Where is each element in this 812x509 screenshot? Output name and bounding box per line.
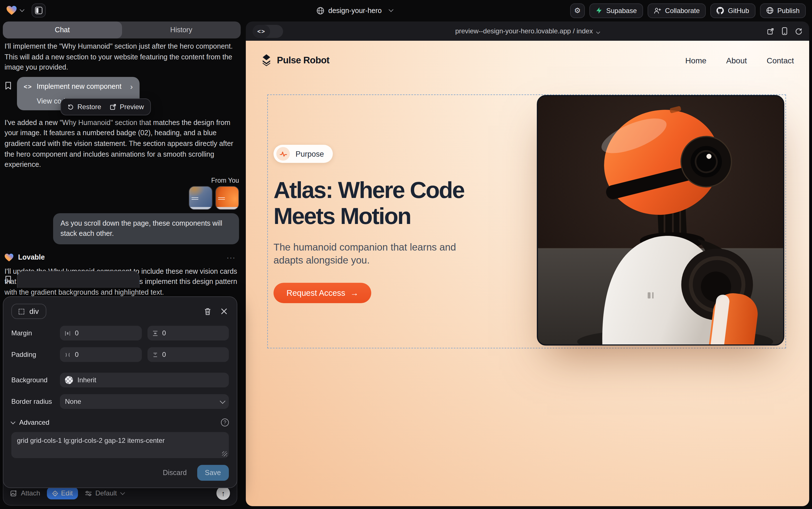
discard-button[interactable]: Discard [163, 469, 187, 477]
close-icon[interactable] [221, 308, 227, 314]
supabase-button[interactable]: Supabase [589, 3, 643, 18]
advanced-section-toggle[interactable]: Advanced ? [11, 418, 229, 427]
site-viewport: Pulse Robot Home About Contact Purpose [246, 41, 809, 506]
edit-mode-button[interactable]: Edit [47, 487, 78, 499]
project-chevron-icon [389, 7, 393, 12]
margin-y-field[interactable] [147, 326, 229, 340]
site-brand[interactable]: Pulse Robot [261, 54, 329, 66]
preview-url-bar[interactable]: preview--design-your-hero.lovable.app / … [246, 27, 809, 35]
border-radius-select[interactable]: None [60, 394, 229, 409]
background-label: Background [11, 376, 60, 384]
border-radius-label: Border radius [11, 398, 60, 406]
margin-x-input[interactable] [75, 329, 137, 337]
restore-icon [67, 103, 74, 110]
top-bar: design-your-hero ⚙ Supabase Collaborate [0, 0, 812, 21]
margin-y-input[interactable] [162, 329, 224, 337]
delete-element-button[interactable] [204, 307, 211, 315]
resize-grip-icon[interactable] [222, 451, 227, 456]
collaborate-button[interactable]: Collaborate [648, 3, 706, 18]
open-in-new-icon[interactable] [767, 27, 774, 35]
padding-x-field[interactable] [60, 347, 142, 362]
selected-element-chip[interactable]: div [11, 304, 46, 319]
bookmark-icon[interactable] [4, 275, 12, 284]
help-icon[interactable]: ? [221, 418, 229, 427]
advanced-label: Advanced [19, 418, 49, 427]
card-hover-popover: Restore Preview [61, 98, 151, 115]
toggle-sidebar-button[interactable] [32, 3, 46, 18]
send-arrow-icon: ↑ [222, 489, 225, 498]
nav-link-home[interactable]: Home [686, 56, 707, 65]
app-window: design-your-hero ⚙ Supabase Collaborate [0, 0, 812, 509]
project-name: design-your-hero [328, 6, 382, 14]
gear-icon: ⚙ [574, 6, 581, 15]
preview-page: index [577, 27, 593, 35]
supabase-icon [596, 7, 602, 14]
hero-robot-image [537, 95, 784, 345]
code-toggle-icon[interactable]: <> [253, 25, 270, 38]
transparency-swatch-icon [65, 376, 73, 384]
attachment-thumbnail[interactable] [189, 186, 213, 210]
border-radius-value: None [65, 398, 81, 406]
logo-menu-chevron-icon[interactable] [20, 7, 25, 12]
code-preview-toggle[interactable]: <> [253, 25, 283, 38]
attachment-thumbnail[interactable] [215, 186, 239, 210]
publish-button[interactable]: Publish [760, 3, 806, 18]
assistant-message: I'll implement the "Why Humanoid" sectio… [4, 41, 239, 73]
preview-panel: <> preview--design-your-hero.lovable.app… [246, 22, 809, 506]
attach-image-icon [10, 489, 17, 497]
tab-history[interactable]: History [122, 22, 241, 38]
chat-sidebar: Chat History I'll implement the "Why Hum… [3, 22, 241, 506]
margin-horizontal-icon [65, 330, 70, 336]
from-you-label: From You [4, 177, 239, 184]
padding-label: Padding [11, 351, 60, 359]
component-card-partial[interactable] [17, 271, 140, 288]
settings-button[interactable]: ⚙ [570, 3, 585, 18]
send-button[interactable]: ↑ [216, 486, 230, 500]
attachment-thumbnails [4, 186, 239, 210]
lovable-heart-icon [4, 253, 13, 262]
chevron-right-icon: › [130, 82, 133, 91]
classes-textarea[interactable]: grid grid-cols-1 lg:grid-cols-2 gap-12 i… [11, 432, 229, 458]
request-access-button[interactable]: Request Access → [273, 283, 372, 303]
element-tag: div [29, 307, 39, 315]
user-message-bubble: As you scroll down the page, these compo… [53, 213, 239, 244]
target-icon [52, 490, 58, 496]
tab-chat[interactable]: Chat [3, 22, 122, 38]
hero-content: Purpose Atlas: Where Code Meets Motion T… [273, 145, 522, 303]
lovable-logo-icon[interactable] [6, 6, 17, 15]
element-inspector-panel: div Margin [3, 296, 237, 488]
nav-link-about[interactable]: About [726, 56, 747, 65]
padding-y-input[interactable] [162, 351, 224, 359]
assistant-name: Lovable [18, 253, 45, 262]
message-menu-button[interactable]: ··· [227, 253, 236, 262]
top-bar-actions: ⚙ Supabase Collaborate Gi [570, 3, 806, 18]
nav-link-contact[interactable]: Contact [767, 56, 794, 65]
bookmark-icon[interactable] [4, 81, 12, 90]
chevron-down-icon [220, 398, 225, 404]
model-mode-dropdown[interactable]: Default [84, 489, 124, 497]
padding-vertical-icon [152, 351, 158, 358]
refresh-icon[interactable] [795, 27, 802, 35]
component-card-row: <> Implement new component › View code R… [4, 77, 239, 110]
background-field[interactable]: Inherit [60, 373, 229, 387]
padding-x-input[interactable] [75, 351, 137, 359]
github-button[interactable]: GitHub [710, 3, 755, 18]
project-selector[interactable]: design-your-hero [317, 0, 393, 21]
save-button[interactable]: Save [197, 465, 229, 481]
preview-button[interactable]: Preview [110, 103, 144, 111]
margin-vertical-icon [152, 330, 158, 336]
purpose-badge-label: Purpose [296, 149, 324, 158]
external-link-icon [110, 103, 116, 110]
attach-button[interactable]: Attach [10, 489, 40, 497]
mobile-view-icon[interactable] [781, 27, 788, 35]
margin-label: Margin [11, 329, 60, 337]
sliders-icon [84, 490, 92, 496]
purpose-badge: Purpose [273, 145, 333, 163]
padding-horizontal-icon [65, 351, 70, 358]
assistant-header: Lovable ··· [4, 253, 239, 262]
padding-y-field[interactable] [147, 347, 229, 362]
background-value: Inherit [77, 376, 96, 384]
restore-button[interactable]: Restore [67, 103, 101, 111]
assistant-message: I've added a new "Why Humanoid" section … [4, 117, 239, 170]
margin-x-field[interactable] [60, 326, 142, 340]
